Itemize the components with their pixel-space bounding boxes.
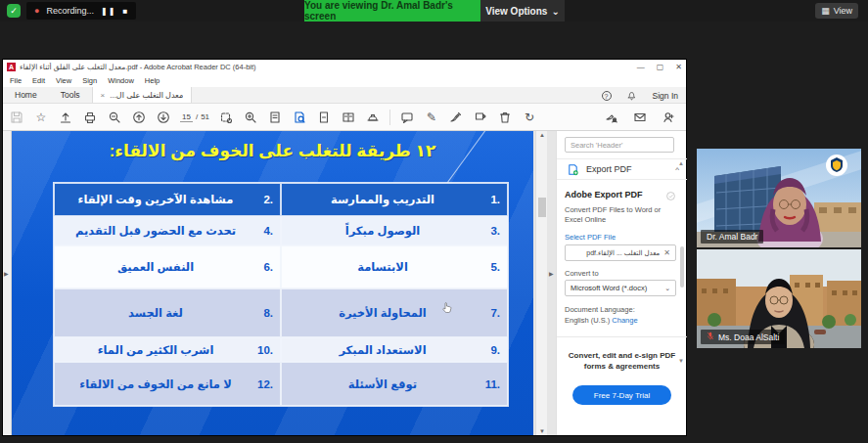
select-pdf-file-link[interactable]: Select PDF File (565, 233, 616, 242)
change-language-link[interactable]: Change (612, 316, 637, 325)
cell-text: تحدث مع الحضور قبل التقديم (75, 224, 236, 238)
page-indicator[interactable]: 15 / 51 (180, 112, 209, 122)
share-icon[interactable] (58, 110, 73, 125)
help-icon[interactable]: ? (602, 91, 612, 101)
marquee-zoom-icon[interactable] (107, 110, 122, 125)
table-cell-4: 4.تحدث مع الحضور قبل التقديم (54, 216, 281, 245)
scrollbar-thumb[interactable] (538, 198, 546, 217)
export-pdf-section-header[interactable]: Export PDF ^ (557, 158, 687, 180)
star-favorite-icon[interactable]: ☆ (33, 110, 49, 125)
menu-file[interactable]: File (10, 76, 22, 85)
menu-sign[interactable]: Sign (82, 76, 97, 85)
participant-2-nametag: Ms. Doaa AlSalti (701, 330, 785, 344)
cell-number: 12. (257, 378, 273, 390)
next-page-icon[interactable] (156, 110, 171, 125)
table-row: 5.الابتسامة 6.النفس العميق (54, 245, 508, 288)
format-select[interactable]: Microsoft Word (*.docx) ⌄ (565, 280, 676, 296)
tab-document[interactable]: × معدل التغلب على ال... (92, 87, 193, 103)
refresh-icon[interactable]: ↻ (522, 110, 537, 125)
free-trial-button[interactable]: Free 7-Day Trial (572, 385, 671, 405)
delete-icon[interactable] (497, 110, 513, 125)
print-icon[interactable] (82, 110, 98, 125)
panel-scroll-up-icon[interactable]: ▲ (678, 160, 684, 166)
cell-text: مشاهدة الآخرين وقت الإلقاء (78, 193, 234, 206)
promo-text: Convert, edit and e-sign PDF forms & agr… (565, 350, 679, 372)
cell-number: 7. (490, 307, 500, 319)
maximize-button[interactable]: ▢ (657, 63, 664, 71)
table-cell-12: 12.لا مانع من الخوف من الالقاء (54, 362, 281, 406)
zoom-in-icon[interactable] (243, 110, 258, 125)
navigation-pane-rail[interactable]: ▶ (3, 131, 12, 435)
tab-tools[interactable]: Tools (49, 87, 92, 103)
scroll-down-icon[interactable]: ▼ (536, 428, 548, 434)
menu-help[interactable]: Help (145, 76, 160, 85)
sign-in-button[interactable]: Sign In (653, 91, 678, 101)
document-scrollbar[interactable]: ▲ ▼ (535, 131, 547, 435)
stop-recording-button[interactable]: ■ (122, 7, 128, 16)
table-cell-6: 6.النفس العميق (54, 245, 281, 288)
search-input[interactable] (565, 137, 674, 153)
window-title: معدل التغلب على القلق أثناء الإلقاء.pdf … (20, 63, 256, 71)
participant-2-name: Ms. Doaa AlSalti (718, 332, 779, 342)
print-production-icon[interactable] (365, 110, 381, 125)
stamp-icon[interactable] (473, 110, 488, 125)
email-icon[interactable] (632, 110, 648, 125)
encryption-shield-icon: ✓ (7, 4, 21, 18)
panel-scrollbar-thumb[interactable] (680, 246, 684, 288)
cell-number: 4. (263, 225, 273, 237)
zoom-level-icon[interactable] (267, 110, 283, 125)
toolbar: ☆ 15 / 51 ✎ ↻ (3, 104, 686, 131)
recording-dot-icon: ● (34, 6, 39, 16)
highlight-pencil-icon[interactable]: ✎ (424, 110, 439, 125)
tab-home[interactable]: Home (3, 87, 49, 103)
remove-file-icon[interactable]: ✕ (663, 248, 670, 257)
format-value: Microsoft Word (*.docx) (571, 284, 664, 292)
nav-pane-expand-icon[interactable]: ▶ (4, 270, 9, 277)
adobe-export-pdf-title: Adobe Export PDF (565, 190, 643, 199)
menu-window[interactable]: Window (108, 76, 134, 85)
screen-share-banner: You are viewing Dr. Amal Badr's screen (304, 0, 480, 22)
table-row: 3.الوصول مبكراً 4.تحدث مع الحضور قبل الت… (54, 216, 508, 245)
page-current[interactable]: 15 (180, 112, 193, 122)
table-cell-5: 5.الابتسامة (281, 245, 508, 288)
copy-icon[interactable] (665, 188, 676, 205)
cell-number: 5. (490, 261, 500, 273)
save-icon[interactable] (9, 110, 24, 125)
slide-title: ١٢ طريقة للتغلب على الخوف من الالقاء: (12, 141, 533, 161)
tab-close-icon[interactable]: × (101, 91, 106, 100)
request-signatures-icon[interactable] (604, 110, 619, 125)
table-row: 9.الاستعداد المبكر 10.اشرب الكثير من الم… (54, 337, 508, 362)
menu-view[interactable]: View (56, 76, 71, 85)
table-cell-10: 10.اشرب الكثير من الماء (54, 337, 281, 362)
acrobat-app-icon: A (7, 63, 16, 71)
tab-bar: Home Tools × معدل التغلب على ال... ? Sig… (3, 87, 686, 104)
close-button[interactable]: ✕ (675, 63, 682, 71)
page-scrolling-icon[interactable] (316, 110, 332, 125)
previous-page-icon[interactable] (131, 110, 147, 125)
zoom-out-icon[interactable] (218, 110, 234, 125)
selected-file[interactable]: معدل التغلب ... الإلقاء.pdf ✕ (565, 244, 676, 261)
reading-mode-icon[interactable] (292, 110, 307, 125)
cell-number: 9. (490, 344, 500, 356)
menu-edit[interactable]: Edit (32, 76, 45, 85)
view-options-button[interactable]: View Options ⌄ (480, 0, 565, 22)
fill-sign-icon[interactable] (448, 110, 464, 125)
pause-recording-button[interactable]: ❚❚ (101, 7, 115, 16)
add-user-icon[interactable] (661, 110, 676, 125)
muted-mic-icon (707, 332, 714, 342)
participant-video-2[interactable]: Ms. Doaa AlSalti (697, 249, 861, 348)
view-button[interactable]: ▦ View (815, 3, 858, 19)
slide-table: 1.التدريب والممارسة 2.مشاهدة الآخرين وقت… (53, 182, 509, 407)
cell-number: 3. (490, 225, 500, 237)
view-label: View (834, 6, 852, 16)
notification-bell-icon[interactable] (624, 88, 640, 104)
recording-label: Recording... (46, 6, 94, 16)
minimize-button[interactable]: — (637, 63, 645, 71)
scroll-up-icon[interactable]: ▲ (536, 132, 548, 138)
two-page-view-icon[interactable] (341, 110, 356, 125)
comment-icon[interactable] (399, 110, 415, 125)
participant-video-1[interactable]: Dr. Amal Badr (697, 149, 861, 247)
cell-text: التدريب والممارسة (331, 193, 434, 206)
panel-toggle-icon[interactable]: ▶ (549, 270, 554, 277)
convert-description: Convert PDF Files to Word or Excel Onlin… (565, 205, 667, 225)
